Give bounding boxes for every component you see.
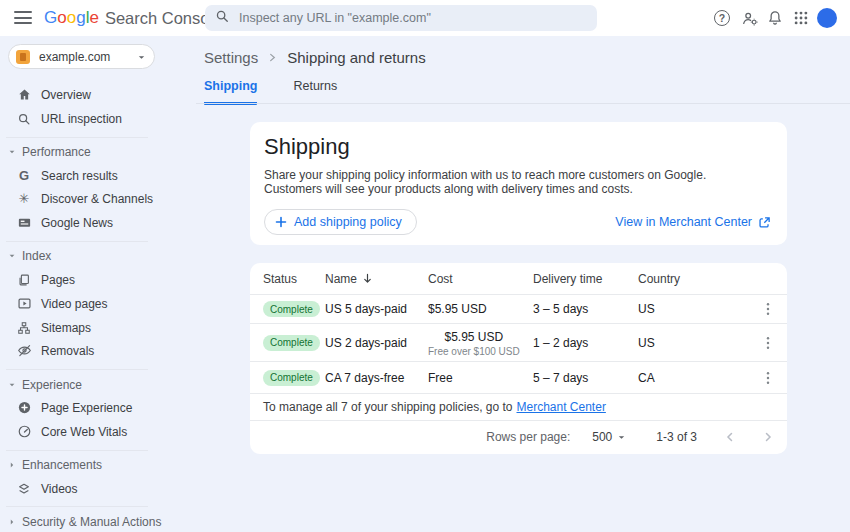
table-header-row: Status Name Cost Delivery time Country [250, 263, 787, 295]
chevron-right-icon [268, 53, 277, 62]
sort-descending-icon [362, 273, 373, 284]
pagination-bar: Rows per page: 500 1-3 of 3 [250, 421, 787, 453]
sidebar-item-removals[interactable]: Removals [0, 342, 196, 359]
breadcrumb-current: Shipping and returns [287, 49, 425, 66]
sidebar-section-security-manual-actions[interactable]: Security & Manual Actions [0, 514, 196, 529]
merchant-center-link-label: View in Merchant Center [615, 215, 752, 229]
top-app-bar: Google Search Console ? [0, 0, 850, 36]
table-row: Complete US 2 days-paid $5.95 USD Free o… [250, 324, 787, 362]
sidebar-item-overview[interactable]: Overview [0, 86, 196, 103]
sidebar-item-video-pages[interactable]: Video pages [0, 295, 196, 312]
tab-shipping[interactable]: Shipping [204, 79, 257, 105]
chevron-down-icon [137, 48, 146, 66]
sidebar-item-videos[interactable]: Videos [0, 480, 196, 497]
sidebar-item-discover-channels[interactable]: ✳ Discover & Channels [0, 190, 196, 207]
table-footer-note: To manage all 7 of your shipping policie… [250, 394, 787, 421]
logo-letter: e [89, 8, 98, 28]
logo[interactable]: Google Search Console [44, 8, 222, 28]
eye-off-icon [16, 343, 32, 359]
chevron-down-icon [617, 433, 626, 442]
account-settings-icon[interactable] [741, 9, 759, 27]
sidebar-item-google-news[interactable]: Google News [0, 214, 196, 231]
rows-per-page-select[interactable]: 500 [592, 430, 626, 444]
pages-icon [16, 272, 32, 288]
description-line-2: Customers will see your products along w… [264, 182, 633, 196]
column-cost[interactable]: Cost [428, 272, 453, 286]
logo-letter: G [44, 8, 57, 28]
divider [6, 137, 148, 138]
cost-cell: $5.95 USD [428, 302, 487, 316]
sidebar: example.com Overview URL inspection Perf… [0, 36, 196, 532]
column-delivery-time[interactable]: Delivery time [533, 272, 602, 286]
sidebar-item-sitemaps[interactable]: Sitemaps [0, 319, 196, 336]
table-row: Complete US 5 days-paid $5.95 USD 3 – 5 … [250, 295, 787, 324]
sidebar-section-enhancements[interactable]: Enhancements [0, 457, 196, 472]
sidebar-item-search-results[interactable]: G Search results [0, 167, 196, 184]
tab-bar: Shipping Returns [204, 79, 373, 105]
logo-letter: o [67, 8, 76, 28]
shipping-intro-card: Shipping Share your shipping policy info… [250, 122, 787, 245]
sidebar-section-experience[interactable]: Experience [0, 377, 196, 392]
breadcrumb-settings[interactable]: Settings [204, 49, 258, 66]
sidebar-section-performance[interactable]: Performance [0, 144, 196, 159]
status-badge: Complete [263, 335, 320, 351]
row-menu-kebab-icon[interactable] [758, 371, 778, 385]
layers-icon [16, 481, 32, 497]
breadcrumb: Settings Shipping and returns [204, 49, 426, 66]
sidebar-item-pages[interactable]: Pages [0, 271, 196, 288]
merchant-center-link[interactable]: Merchant Center [517, 400, 606, 414]
add-shipping-policy-button[interactable]: Add shipping policy [264, 209, 417, 235]
rows-per-page-label: Rows per page: [486, 430, 570, 444]
logo-letter: g [76, 8, 85, 28]
google-g-icon: G [16, 168, 32, 184]
notifications-icon[interactable] [766, 9, 784, 27]
home-icon [16, 87, 32, 103]
url-inspect-searchbar[interactable] [205, 5, 597, 31]
column-country[interactable]: Country [638, 272, 680, 286]
news-icon [16, 215, 32, 231]
view-in-merchant-center-link[interactable]: View in Merchant Center [615, 215, 771, 229]
chevron-down-icon [8, 148, 16, 156]
sidebar-item-label: Page Experience [41, 401, 132, 415]
name-cell: CA 7 days-free [325, 371, 404, 385]
divider [6, 506, 148, 507]
sparkle-icon: ✳ [16, 191, 32, 207]
row-menu-kebab-icon[interactable] [758, 336, 778, 350]
sidebar-item-label: Video pages [41, 297, 108, 311]
name-cell: US 2 days-paid [325, 336, 407, 350]
previous-page-icon[interactable] [725, 432, 735, 442]
chevron-down-icon [8, 381, 16, 389]
avatar[interactable] [817, 8, 837, 28]
divider [6, 241, 148, 242]
next-page-icon[interactable] [763, 432, 773, 442]
cost-main: $5.95 USD [445, 329, 504, 343]
apps-grid-icon[interactable] [792, 9, 810, 27]
property-selector[interactable]: example.com [8, 44, 155, 69]
help-icon[interactable]: ? [713, 9, 731, 27]
column-name-label: Name [325, 272, 357, 286]
sidebar-item-label: Core Web Vitals [41, 425, 127, 439]
menu-icon[interactable] [14, 11, 32, 25]
delivery-cell: 3 – 5 days [533, 302, 588, 316]
sidebar-item-core-web-vitals[interactable]: Core Web Vitals [0, 423, 196, 440]
logo-letter: o [57, 8, 66, 28]
sidebar-item-label: Discover & Channels [41, 192, 153, 206]
tab-returns[interactable]: Returns [293, 79, 337, 105]
sidebar-section-index[interactable]: Index [0, 248, 196, 263]
circle-plus-icon [16, 400, 32, 416]
external-link-icon [758, 216, 771, 229]
status-cell: Complete [263, 335, 320, 351]
shipping-policies-table: Status Name Cost Delivery time Country C… [250, 263, 787, 454]
sidebar-item-label: URL inspection [41, 112, 122, 126]
rows-per-page-value: 500 [592, 430, 612, 444]
column-status[interactable]: Status [263, 272, 297, 286]
search-input[interactable] [239, 11, 587, 25]
sidebar-item-url-inspection[interactable]: URL inspection [0, 110, 196, 127]
sidebar-item-page-experience[interactable]: Page Experience [0, 399, 196, 416]
chevron-down-icon [8, 252, 16, 260]
search-icon [215, 9, 229, 27]
description-line-1: Share your shipping policy information w… [264, 168, 706, 182]
delivery-cell: 1 – 2 days [533, 336, 588, 350]
row-menu-kebab-icon[interactable] [758, 302, 778, 316]
column-name[interactable]: Name [325, 272, 373, 286]
